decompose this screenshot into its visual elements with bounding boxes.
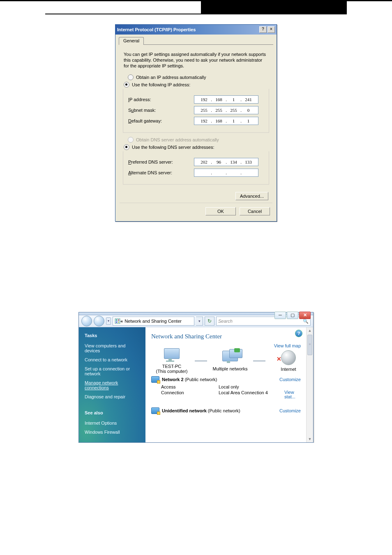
subnet-mask-input[interactable]: 255. 255. 255. 0 (194, 106, 258, 114)
network-2-customize-link[interactable]: Customize (279, 408, 301, 413)
disconnected-x-icon: ✕ (277, 356, 281, 362)
header-black-bar (201, 1, 347, 14)
address-dropdown[interactable]: ▾ (196, 317, 203, 326)
view-full-map-link[interactable]: View full map (274, 343, 301, 348)
refresh-button[interactable]: ↻ (205, 317, 214, 326)
close-button[interactable]: × (267, 26, 275, 33)
subnet-mask-label: Subnet mask: (128, 108, 194, 113)
svg-rect-1 (116, 319, 117, 321)
ip-address-label: IP address: (128, 97, 194, 102)
svg-rect-2 (118, 319, 119, 321)
this-computer-icon (163, 348, 181, 362)
breadcrumb-chevron-icon: « (120, 319, 123, 324)
sidebar-link-diagnose[interactable]: Diagnose and repair (85, 394, 140, 399)
see-also-heading: See also (85, 410, 140, 415)
maximize-button[interactable]: ▢ (287, 312, 298, 319)
multiple-networks-icon (221, 351, 239, 365)
network-2-name: Unidentified network (162, 408, 207, 413)
ip-address-input[interactable]: 192. 168. 1. 241 (194, 95, 258, 104)
tab-strip: General (119, 37, 273, 45)
content-pane: ? ▲ ▼ Network and Sharing Center View fu… (145, 327, 313, 442)
sidebar-link-manage-connections[interactable]: Manage network connections (85, 380, 140, 390)
header-divider (45, 14, 347, 14)
network-1-name: Network 2 (162, 377, 184, 382)
radio-obtain-ip-auto[interactable]: OObtain an IP address automaticallybtain… (128, 74, 273, 80)
help-icon[interactable]: ? (295, 330, 302, 337)
sidebar-link-internet-options[interactable]: Internet Options (85, 421, 140, 426)
network-1-access-row: Access Local only (151, 384, 309, 389)
nav-history-dropdown[interactable]: ▾ (106, 317, 111, 325)
radio-obtain-dns-auto: Obtain DNS server address automatically (128, 137, 273, 143)
network-1-customize-link[interactable]: Customize (279, 377, 301, 382)
search-icon: 🔍 (303, 319, 309, 324)
network-adapter-icon (151, 376, 159, 383)
network-1-header: Network 2 (Public network) Customize (151, 374, 309, 384)
preferred-dns-input[interactable]: 202. 96. 134. 133 (194, 158, 258, 166)
alternate-dns-label: Alternate DNS server: (128, 170, 194, 175)
network-sharing-center-window: ─ ▢ ✕ ▾ « Network and Sharing Center ▾ ↻… (78, 312, 314, 443)
svg-rect-0 (115, 319, 120, 324)
this-computer-name: TEST-PC (151, 364, 192, 369)
breadcrumb-text: Network and Sharing Center (125, 319, 182, 324)
network-adapter-icon (151, 407, 159, 414)
network-2-type: (Public network) (208, 408, 240, 413)
internet-label: Internet (268, 367, 309, 372)
dialog-title-bar[interactable]: Internet Protocol (TCP/IP) Properties ? … (115, 25, 277, 35)
scroll-down-icon[interactable]: ▼ (307, 436, 313, 442)
svg-rect-3 (116, 321, 117, 323)
tab-general[interactable]: General (119, 37, 144, 45)
default-gateway-label: Default gateway: (128, 118, 194, 123)
ip-fieldset: IP address: 192. 168. 1. 241 Subnet mask… (123, 89, 269, 133)
svg-rect-4 (118, 321, 119, 323)
content-title: Network and Sharing Center (151, 333, 309, 340)
view-status-link[interactable]: View stat... (284, 390, 301, 399)
window-chrome: ─ ▢ ✕ (79, 312, 313, 315)
sidebar-link-windows-firewall[interactable]: Windows Firewall (85, 430, 140, 435)
sidebar-link-setup-connection[interactable]: Set up a connection or network (85, 366, 140, 376)
help-button[interactable]: ? (259, 26, 267, 33)
network-map: TEST-PC (This computer) Multiple network… (151, 348, 309, 374)
intro-text: You can get IP settings assigned automat… (124, 51, 268, 69)
tasks-sidebar: Tasks View computers and devices Connect… (79, 327, 145, 442)
default-gateway-input[interactable]: 192. 168. 1. 1 (194, 117, 258, 125)
alternate-dns-input[interactable]: . . . (194, 169, 258, 177)
this-computer-sub: (This computer) (151, 369, 192, 374)
scroll-up-icon[interactable]: ▲ (307, 327, 313, 334)
sidebar-link-connect-network[interactable]: Connect to a network (85, 357, 140, 362)
nav-back-button[interactable] (81, 316, 92, 326)
advanced-button[interactable]: Advanced... (235, 192, 268, 200)
dns-fieldset: Preferred DNS server: 202. 96. 134. 133 … (123, 151, 269, 185)
scroll-thumb[interactable] (307, 335, 312, 355)
multiple-networks-label: Multiple networks (210, 366, 251, 371)
dialog-title: Internet Protocol (TCP/IP) Properties (117, 27, 258, 32)
cancel-button[interactable]: Cancel (240, 207, 270, 215)
internet-icon: ✕ (281, 350, 296, 365)
tasks-heading: Tasks (85, 333, 140, 338)
minimize-button[interactable]: ─ (274, 312, 286, 319)
preferred-dns-label: Preferred DNS server: (128, 160, 194, 164)
network-2-header: Unidentified network (Public network) Cu… (151, 405, 309, 415)
tcpip-properties-dialog: Internet Protocol (TCP/IP) Properties ? … (115, 24, 277, 222)
breadcrumb-bar[interactable]: « Network and Sharing Center (113, 317, 194, 326)
close-window-button[interactable]: ✕ (299, 312, 311, 319)
network-1-type: (Public network) (185, 377, 217, 382)
sidebar-link-view-computers[interactable]: View computers and devices (85, 343, 140, 353)
network-1-connection-row: Connection Local Area Connection 4 View … (151, 389, 309, 399)
nav-forward-button[interactable] (94, 316, 104, 326)
vertical-scrollbar[interactable]: ▲ ▼ (306, 327, 313, 442)
control-panel-icon (115, 318, 120, 324)
ok-button[interactable]: OK (205, 207, 236, 215)
